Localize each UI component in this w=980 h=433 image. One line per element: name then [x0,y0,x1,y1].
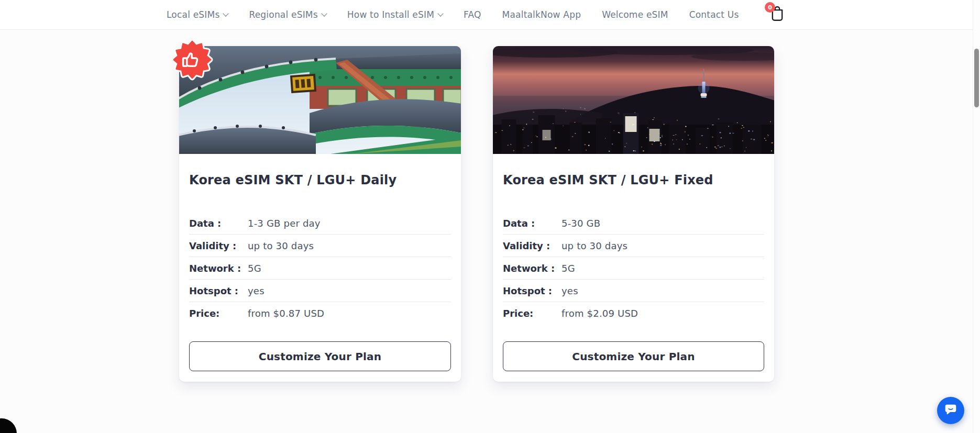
chat-launcher-button[interactable] [937,397,964,424]
spec-label: Hotspot : [503,285,561,296]
scrollbar-track [973,0,980,433]
spec-table: Data : 1-3 GB per day Validity : up to 3… [189,212,451,324]
spec-label: Price: [503,308,561,319]
shopping-bag-icon [769,14,786,24]
spec-row-price: Price: from $2.09 USD [503,302,764,324]
spec-value: yes [248,285,265,296]
nav-label: Contact Us [689,9,739,20]
spec-row-hotspot: Hotspot : yes [189,280,451,302]
product-title: Korea eSIM SKT / LGU+ Fixed [503,172,764,188]
spec-label: Network : [503,263,561,274]
spec-value: from $0.87 USD [248,308,324,319]
recommended-badge [171,38,214,81]
spec-row-network: Network : 5G [503,257,764,280]
main-navigation: Local eSIMs Regional eSIMs How to Instal… [167,0,739,29]
spec-value: up to 30 days [248,240,314,251]
product-image-palace [179,46,461,154]
spec-row-validity: Validity : up to 30 days [189,235,451,257]
card-body: Korea eSIM SKT / LGU+ Daily Data : 1-3 G… [179,172,461,371]
customize-plan-button[interactable]: Customize Your Plan [503,341,764,371]
cart-button[interactable]: 0 [769,4,788,25]
spec-value: up to 30 days [561,240,627,251]
spec-value: from $2.09 USD [561,308,638,319]
nav-label: Local eSIMs [167,9,219,20]
nav-label: MaaltalkNow App [502,9,581,20]
nav-item-regional-esims[interactable]: Regional eSIMs [249,9,326,20]
spec-label: Hotspot : [189,285,248,296]
spec-label: Data : [189,218,248,229]
spec-value: 5G [561,263,575,274]
nav-item-welcome-esim[interactable]: Welcome eSIM [602,9,668,20]
nav-label: Welcome eSIM [602,9,668,20]
spec-value: 1-3 GB per day [248,218,321,229]
spec-row-data: Data : 5-30 GB [503,212,764,235]
chevron-down-icon [223,10,229,16]
product-card-daily: Korea eSIM SKT / LGU+ Daily Data : 1-3 G… [179,46,461,382]
product-title: Korea eSIM SKT / LGU+ Daily [189,172,451,188]
corner-widget-button[interactable] [0,418,17,433]
nav-item-local-esims[interactable]: Local eSIMs [167,9,228,20]
chevron-down-icon [437,10,443,16]
nav-label: How to Install eSIM [347,9,434,20]
product-card-fixed: Korea eSIM SKT / LGU+ Fixed Data : 5-30 … [493,46,774,382]
spec-label: Validity : [189,240,248,251]
spec-label: Price: [189,308,248,319]
chevron-down-icon [321,10,327,16]
nav-item-faq[interactable]: FAQ [464,9,481,20]
spec-row-data: Data : 1-3 GB per day [189,212,451,235]
spec-value: 5G [248,263,261,274]
spec-value: 5-30 GB [561,218,600,229]
spec-row-price: Price: from $0.87 USD [189,302,451,324]
spec-label: Validity : [503,240,561,251]
cart-count-badge: 0 [765,2,775,13]
spec-row-hotspot: Hotspot : yes [503,280,764,302]
customize-plan-button[interactable]: Customize Your Plan [189,341,451,371]
nav-item-how-to-install[interactable]: How to Install eSIM [347,9,443,20]
nav-label: FAQ [464,9,481,20]
product-image-seoul-night [493,46,774,154]
spec-row-network: Network : 5G [189,257,451,280]
spec-value: yes [561,285,578,296]
spec-label: Data : [503,218,561,229]
spec-label: Network : [189,263,248,274]
thumbs-up-icon [171,73,214,83]
spec-row-validity: Validity : up to 30 days [503,235,764,257]
nav-item-maaltalknow-app[interactable]: MaaltalkNow App [502,9,581,20]
spec-table: Data : 5-30 GB Validity : up to 30 days … [503,212,764,324]
page: Local eSIMs Regional eSIMs How to Instal… [0,0,980,433]
nav-label: Regional eSIMs [249,9,317,20]
card-body: Korea eSIM SKT / LGU+ Fixed Data : 5-30 … [493,172,774,371]
site-header: Local eSIMs Regional eSIMs How to Instal… [0,0,980,30]
chat-bubble-icon [944,403,957,418]
nav-item-contact-us[interactable]: Contact Us [689,9,739,20]
scrollbar-thumb[interactable] [974,49,979,107]
